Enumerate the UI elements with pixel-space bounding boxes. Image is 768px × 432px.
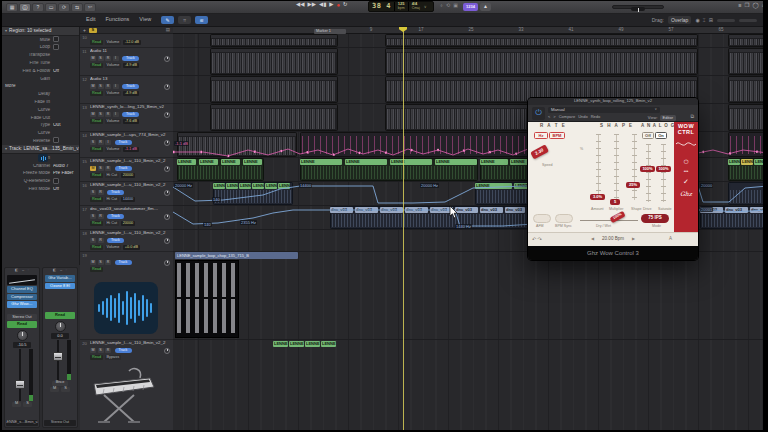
- disclosure-triangle-icon[interactable]: ▾: [5, 29, 7, 33]
- inspector-row[interactable]: Q-Reference: [2, 178, 79, 186]
- inspector-row-value[interactable]: [53, 36, 79, 44]
- saturate-value-badge[interactable]: 100%: [656, 166, 671, 172]
- menu-item[interactable]: Functions: [105, 17, 129, 23]
- automation-value[interactable]: 14400: [121, 197, 136, 203]
- record-enable-button[interactable]: R: [105, 260, 111, 265]
- menu-item[interactable]: Edit: [86, 17, 95, 23]
- automation-parameter[interactable]: Hi Cut: [105, 197, 120, 203]
- inspector-row-value[interactable]: Off: [53, 187, 79, 192]
- inspector-row[interactable]: Type Out: [2, 122, 79, 130]
- amount-value-badge[interactable]: 3.0%: [590, 194, 605, 200]
- inspector-row[interactable]: Fade In: [2, 98, 79, 106]
- automation-parameter[interactable]: Volume: [105, 245, 122, 251]
- horizontal-zoom-slider[interactable]: [717, 19, 735, 22]
- automation-mode[interactable]: Read: [90, 173, 103, 179]
- automation-target-pill[interactable]: Track: [115, 140, 132, 145]
- record-enable-button[interactable]: R: [105, 84, 111, 89]
- solo-button[interactable]: S: [98, 166, 104, 171]
- record-enable-button[interactable]: R: [98, 214, 104, 219]
- preset-dropdown[interactable]: Manual ∨: [548, 107, 660, 114]
- solo-button[interactable]: S: [98, 348, 104, 353]
- track-inspector-header[interactable]: ▾ Track: LENNE_sa…135_Bmin_v2: [2, 145, 79, 154]
- tool-chip-icon[interactable]: ✎: [161, 16, 174, 24]
- automation-value[interactable]: -4.9 dB: [123, 91, 139, 97]
- rate-knob-value-badge[interactable]: 2.30: [530, 145, 548, 159]
- arrange-tool-icon[interactable]: ⊞: [709, 18, 713, 23]
- inspector-row-value[interactable]: Audio 7: [53, 164, 79, 169]
- master-volume-slider[interactable]: [612, 5, 664, 9]
- confirm-check-icon[interactable]: ✓: [674, 178, 698, 185]
- pan-knob[interactable]: [164, 166, 170, 172]
- analog-on-button[interactable]: On: [655, 132, 667, 139]
- plugin-slot[interactable]: Channel EQ: [7, 286, 37, 293]
- multiplier-slider[interactable]: [616, 134, 617, 200]
- footer-value[interactable]: 20.00 Bpm: [602, 237, 624, 242]
- automation-mode[interactable]: Read: [90, 91, 103, 97]
- track-list-icon[interactable]: ▤: [166, 28, 170, 33]
- lcd-display[interactable]: 38 4 125 bpm 4/4 Cmaj ∨: [368, 1, 434, 12]
- automation-parameter[interactable]: Hi Cut: [105, 173, 120, 179]
- transport-button[interactable]: ▶: [329, 2, 333, 8]
- record-enable-button[interactable]: R: [98, 238, 104, 243]
- solo-button[interactable]: S: [98, 56, 104, 61]
- output-slot[interactable]: Stereo Out: [7, 314, 37, 321]
- solo-button[interactable]: S: [90, 238, 96, 243]
- toolbar-icon-button[interactable]: ⟳: [58, 3, 70, 12]
- track-header[interactable]: 17 dnc_vox03_soundofsummer_8m… S R Track: [80, 206, 173, 230]
- automation-mode-slot[interactable]: Read: [7, 321, 37, 328]
- shape-slider[interactable]: [634, 134, 635, 200]
- solo-button[interactable]: S: [98, 260, 104, 265]
- automation-value[interactable]: 20000: [121, 221, 136, 227]
- inspector-row[interactable]: Flex Mode Off: [2, 185, 79, 193]
- menu-item[interactable]: View: [139, 17, 151, 23]
- inspector-row[interactable]: Freeze Mode Pre Fader: [2, 170, 79, 178]
- volume-value[interactable]: -10.5: [13, 342, 31, 348]
- tool-chip-icon[interactable]: ⌗: [178, 16, 191, 24]
- automation-parameter[interactable]: Volume: [105, 63, 122, 69]
- automation-target-pill[interactable]: Track: [107, 214, 124, 219]
- automation-value[interactable]: +0.0 dB: [123, 245, 140, 251]
- track-header[interactable]: 13 LENNE_synth_lo…ling_125_Bmin_v2 M S R…: [80, 104, 173, 132]
- pan-knob[interactable]: [164, 84, 170, 90]
- mode-icon-button[interactable]: ▣: [453, 3, 458, 8]
- plugin-window-title[interactable]: LENNE_synth_loop_rolling_125_Bmin_v2: [528, 98, 698, 105]
- solo-button[interactable]: S: [23, 402, 32, 407]
- pan-knob[interactable]: [17, 330, 28, 341]
- mode-icon-button[interactable]: ⟲: [446, 3, 450, 8]
- timesig-display[interactable]: 4/4 Cmaj: [408, 2, 423, 11]
- view-toggle-icon[interactable]: ❐: [745, 3, 750, 9]
- automation-value[interactable]: 20000: [121, 173, 136, 179]
- drag-mode-select[interactable]: Overlap: [668, 16, 692, 24]
- track-header[interactable]: 15 LENNE_sample_l…u_110_Bmin_v2_2 M S R …: [80, 158, 173, 182]
- count-in-button[interactable]: 1234: [463, 3, 478, 11]
- pan-knob[interactable]: [164, 238, 170, 244]
- automation-target-pill[interactable]: Track: [115, 348, 132, 353]
- automation-parameter[interactable]: Bypass: [105, 355, 121, 361]
- view-mode-select[interactable]: Editor: [660, 115, 676, 121]
- preset-prev-button[interactable]: <: [548, 115, 550, 119]
- solo-button[interactable]: S: [98, 84, 104, 89]
- redo-button[interactable]: Redo: [591, 115, 601, 119]
- more-options-icon[interactable]: •••: [674, 170, 698, 175]
- automation-mode-slot[interactable]: Read: [45, 312, 75, 319]
- saturate-slider[interactable]: [663, 144, 664, 202]
- solo-button[interactable]: S: [98, 112, 104, 117]
- track-header[interactable]: 12 Audio 13 M S R I Track Read: [80, 76, 173, 104]
- add-track-icon[interactable]: +: [83, 28, 86, 33]
- mute-button[interactable]: M: [90, 166, 96, 171]
- track-header[interactable]: 20 LENNE_sample_l…u_110_Bmin_v2_2 M S R …: [80, 340, 173, 432]
- transport-button[interactable]: ◀▮: [319, 2, 326, 8]
- playhead[interactable]: [403, 26, 404, 430]
- automation-value[interactable]: -12.0 dB: [123, 40, 141, 46]
- inspector-row-value[interactable]: Pre Fader: [53, 171, 79, 176]
- record-enable-button[interactable]: R: [105, 56, 111, 61]
- mode-icon-button[interactable]: ⌽: [440, 3, 443, 8]
- plugin-slot[interactable]: Compressor: [7, 294, 37, 301]
- record-enable-button[interactable]: R: [105, 112, 111, 117]
- footer-a-icon[interactable]: A: [669, 237, 672, 242]
- track-header[interactable]: 18 LENNE_sample_l…u_110_Bmin_v2_2 S R Tr…: [80, 230, 173, 252]
- tool-chip-icon[interactable]: ≋: [195, 16, 208, 24]
- automation-parameter[interactable]: Volume: [105, 147, 122, 153]
- automation-mode[interactable]: Read: [90, 355, 103, 361]
- shape-value-badge[interactable]: 25%: [626, 182, 640, 188]
